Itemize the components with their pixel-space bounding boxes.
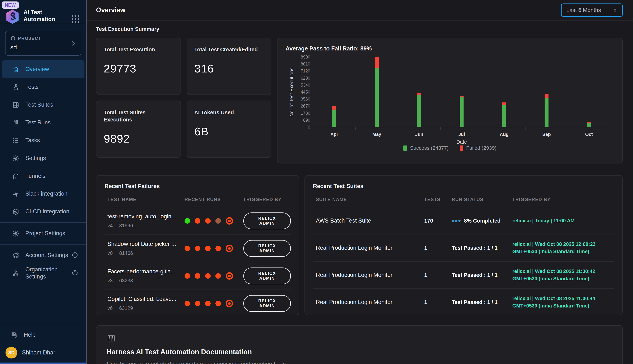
run-status-dot-orange[interactable]: [205, 301, 211, 306]
sidebar-item-help[interactable]: ? Help: [0, 326, 86, 344]
suite-row[interactable]: Real Production Login Monitor1Test Passe…: [313, 288, 614, 315]
run-status-dot-orange[interactable]: [195, 246, 200, 251]
sidebar-nav-tertiary: Account SettingsOrganization Settings: [0, 246, 86, 282]
user-menu[interactable]: SD Shibam Dhar: [0, 344, 86, 364]
summary-cards: Total Test Execution 29773 Total Test Cr…: [96, 38, 271, 164]
suite-run-status: Test Passed : 1 / 1: [452, 299, 512, 305]
sidebar-item-tunnels[interactable]: Tunnels: [2, 167, 85, 185]
run-status-dot-orange[interactable]: [205, 273, 211, 279]
col-run-status: RUN STATUS: [452, 197, 512, 202]
triggered-by-button[interactable]: RELICX ADMIN: [243, 212, 291, 229]
separator: |: [115, 223, 117, 229]
app-switcher-grid-icon[interactable]: [69, 13, 82, 25]
sidebar-item-ci-cd-integration[interactable]: CI-CD integration: [2, 203, 85, 220]
info-icon[interactable]: [72, 252, 78, 259]
sidebar-item-tasks[interactable]: Tasks: [2, 132, 85, 149]
org-icon: [12, 270, 20, 277]
sidebar-item-slack-integration[interactable]: Slack integration: [2, 185, 85, 203]
flask-icon: [12, 84, 20, 91]
docs-description: Use this guide to get started recording …: [107, 361, 612, 364]
failure-row[interactable]: test-removing_auto_login...v4|81996RELIC…: [105, 207, 291, 234]
stat-card-suites-executions: Total Test Suites Executions 9892: [96, 100, 181, 158]
stat-card-total-test-execution: Total Test Execution 29773: [96, 38, 181, 95]
suite-triggered-by: relicx.ai | Wed Oct 08 2025 11:30:42 GMT…: [512, 268, 614, 282]
latest-run-failed-icon[interactable]: [226, 245, 233, 252]
grid-icon: [12, 101, 20, 108]
sidebar-item-label: Tests: [25, 84, 39, 91]
svg-text:Jul: Jul: [458, 132, 465, 137]
svg-text:Oct: Oct: [585, 132, 593, 137]
sidebar-item-label: Project Settings: [25, 230, 65, 237]
svg-text:Date: Date: [456, 139, 467, 144]
failures-title: Recent Test Failures: [105, 183, 291, 190]
run-status-dot-orange[interactable]: [195, 273, 200, 279]
run-status-dot-orange[interactable]: [185, 301, 190, 306]
failure-row[interactable]: Shadow root Date picker ...v0|81466RELIC…: [105, 234, 291, 262]
project-name: sd: [10, 44, 76, 51]
svg-text:Sep: Sep: [542, 132, 551, 137]
sidebar-item-overview[interactable]: Overview: [2, 60, 85, 78]
sidebar-item-account-settings[interactable]: Account Settings: [2, 246, 85, 264]
run-status-dot-orange[interactable]: [185, 273, 190, 279]
stat-value: 6B: [194, 125, 264, 138]
sidebar-item-tests[interactable]: Tests: [2, 78, 85, 96]
run-status-dot-orange[interactable]: [205, 246, 211, 251]
recent-runs: [185, 245, 243, 252]
svg-text:Apr: Apr: [330, 132, 338, 137]
stat-value: 29773: [104, 62, 173, 75]
run-status-dot-orange[interactable]: [215, 273, 221, 279]
home-icon: [12, 66, 20, 73]
status-text: Test Passed : 1 / 1: [452, 299, 497, 305]
sidebar-item-label: Slack integration: [25, 190, 67, 198]
chart-title: Average Pass to Fail Ratio: 89%: [285, 45, 614, 52]
sidebar-item-settings[interactable]: Settings: [2, 149, 85, 167]
legend-label: Success (24377): [410, 145, 448, 151]
svg-text:3560: 3560: [301, 97, 310, 102]
run-status-dot-green[interactable]: [185, 218, 190, 224]
suite-row[interactable]: Real Production Login Monitor1Test Passe…: [313, 234, 614, 261]
separator: |: [115, 278, 117, 284]
suite-run-status: 8% Completed: [452, 218, 512, 224]
project-label-row: PROJECT: [10, 36, 76, 41]
run-status-dot-orange[interactable]: [185, 246, 190, 251]
run-status-dot-orange[interactable]: [215, 246, 221, 251]
run-status-dot-brown[interactable]: [215, 218, 221, 224]
latest-run-failed-icon[interactable]: [226, 300, 233, 307]
new-badge: NEW: [2, 2, 19, 8]
col-triggered-by: TRIGGERED BY: [243, 197, 291, 202]
suite-row[interactable]: Real Production Login Monitor1Test Passe…: [313, 261, 614, 288]
triggered-by-button[interactable]: RELICX ADMIN: [243, 240, 291, 257]
test-run-id: 63129: [119, 306, 133, 311]
sidebar-nav-secondary: Project Settings: [0, 224, 86, 242]
latest-run-failed-icon[interactable]: [226, 272, 233, 280]
svg-text:2670: 2670: [301, 104, 310, 108]
sidebar-item-test-runs[interactable]: Test Runs: [2, 114, 85, 132]
triggered-by-button[interactable]: RELICX ADMIN: [243, 268, 291, 284]
run-status-dot-orange[interactable]: [215, 301, 221, 306]
recent-runs: [185, 300, 243, 307]
run-status-dot-orange[interactable]: [205, 218, 211, 224]
sidebar-divider: [0, 244, 86, 244]
sidebar-nav: OverviewTestsTest SuitesTest RunsTasksSe…: [0, 60, 86, 220]
test-version: v4: [107, 223, 113, 228]
triggered-by-button[interactable]: RELICX ADMIN: [243, 295, 291, 312]
run-status-dot-orange[interactable]: [195, 218, 200, 224]
latest-run-failed-icon[interactable]: [226, 217, 233, 224]
project-selector[interactable]: PROJECT sd: [5, 31, 81, 56]
recent-test-suites-card: Recent Test Suites SUITE NAME TESTS RUN …: [304, 175, 623, 315]
stat-card-ai-tokens: AI Tokens Used 6B: [187, 100, 271, 158]
sidebar-item-test-suites[interactable]: Test Suites: [2, 96, 85, 114]
docs-title: Harness AI Test Automation Documentation: [107, 348, 612, 356]
sidebar-item-project-settings[interactable]: Project Settings: [2, 224, 85, 242]
failure-row[interactable]: Facets-performance-gitla...v3|63238RELIC…: [105, 262, 291, 290]
run-status-dot-orange[interactable]: [195, 301, 200, 306]
col-tests: TESTS: [424, 197, 452, 202]
project-label: PROJECT: [18, 36, 41, 41]
sidebar-item-organization-settings[interactable]: Organization Settings: [2, 264, 85, 282]
sidebar-item-label: Tasks: [25, 137, 40, 144]
info-icon[interactable]: [72, 270, 78, 277]
failure-row[interactable]: Copilot: Classified: Leave...v6|63129REL…: [105, 290, 291, 315]
date-range-select[interactable]: Last 6 Months: [561, 4, 623, 17]
suite-row[interactable]: AWS Batch Test Suite1708% Completedrelic…: [313, 207, 614, 234]
sidebar-item-label: Tunnels: [25, 172, 45, 180]
